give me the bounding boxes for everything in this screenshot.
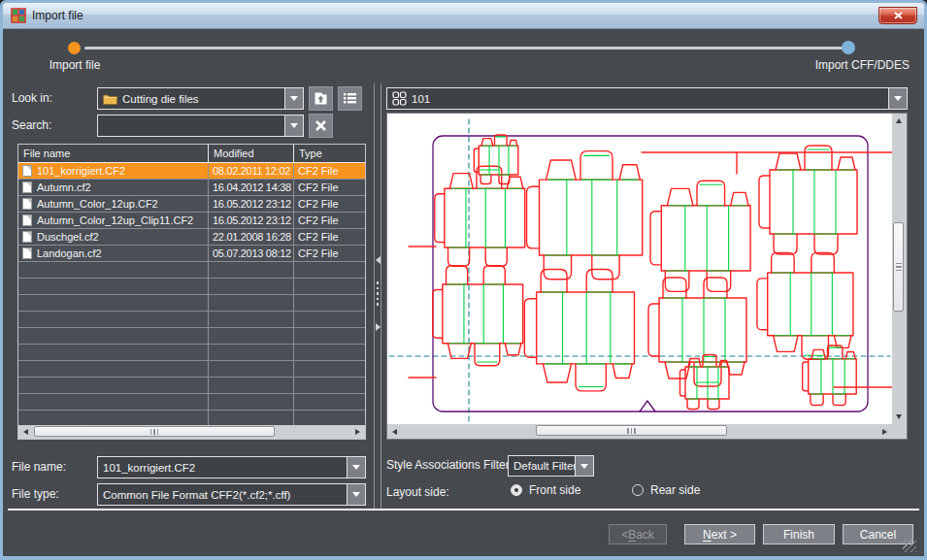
- back-button[interactable]: < Back: [609, 524, 667, 544]
- layout-name-value: 101: [412, 93, 430, 105]
- search-label: Search:: [12, 118, 51, 132]
- file-table-header: File name Modified Type: [18, 145, 365, 163]
- column-header-type[interactable]: Type: [294, 145, 365, 162]
- scroll-left-arrow[interactable]: [388, 425, 401, 438]
- scrollbar-corner: [892, 424, 907, 439]
- folder-up-icon: [314, 91, 328, 106]
- wizard-track: [84, 47, 844, 49]
- view-list-button[interactable]: [338, 86, 362, 111]
- wizard-step-current-label: Import file: [40, 58, 110, 72]
- chevron-down-icon: [290, 96, 298, 101]
- preview-vscrollbar[interactable]: [892, 114, 907, 424]
- scroll-left-arrow[interactable]: [19, 425, 32, 438]
- table-row[interactable]: Duschgel.cf222.01.2008 16:28CF2 File: [18, 229, 365, 246]
- table-row-empty: [18, 279, 365, 295]
- resize-grip[interactable]: [903, 539, 916, 552]
- wizard-step-current-dot: [68, 42, 81, 54]
- table-row-empty: [18, 411, 365, 425]
- look-in-dropdown-arrow[interactable]: [284, 88, 303, 109]
- file-name-label: File name:: [12, 460, 66, 474]
- scroll-down-arrow[interactable]: [892, 411, 905, 423]
- dialog-content: Import file Import CFF/DDES Look in: Cut…: [3, 30, 924, 556]
- file-type-label: File type:: [12, 487, 59, 501]
- rear-side-option[interactable]: Rear side: [632, 483, 700, 497]
- dieline-canvas: [387, 114, 892, 424]
- wizard-step-end-dot: [842, 41, 855, 54]
- file-name-combobox[interactable]: 101_korrigiert.CF2: [97, 456, 366, 478]
- chevron-down-icon: [290, 123, 298, 128]
- style-filter-combobox[interactable]: Default Filters: [508, 455, 594, 477]
- front-side-option[interactable]: Front side: [511, 483, 580, 497]
- chevron-down-icon: [580, 464, 588, 469]
- file-type-combobox[interactable]: Common File Format CFF2(*.cf2;*.cff): [97, 483, 366, 506]
- file-icon: [22, 231, 32, 243]
- rear-side-label: Rear side: [650, 483, 700, 497]
- dieline-drawing: [387, 114, 892, 424]
- chevron-down-icon: [894, 96, 902, 101]
- look-in-value: Cutting die files: [122, 93, 199, 105]
- collapse-right-icon[interactable]: [376, 323, 381, 331]
- close-icon: [894, 12, 903, 19]
- window-title: Import file: [32, 9, 83, 22]
- file-table-body: 101_korrigiert.CF208.02.2011 12:02CF2 Fi…: [18, 163, 365, 425]
- footer-separator: [8, 509, 919, 511]
- style-filter-value: Default Filters: [513, 460, 575, 472]
- search-combobox[interactable]: [97, 115, 304, 137]
- table-row[interactable]: Autumn_Color_12up.CF216.05.2012 23:12CF2…: [18, 196, 365, 213]
- table-row-empty: [18, 312, 365, 328]
- table-row-empty: [18, 378, 365, 394]
- front-side-label: Front side: [529, 483, 580, 497]
- scrollbar-thumb[interactable]: [34, 426, 275, 437]
- table-row-empty: [18, 394, 365, 411]
- rear-side-radio[interactable]: [632, 484, 644, 496]
- table-row-empty: [18, 361, 365, 378]
- file-icon: [22, 165, 32, 177]
- file-name-dropdown-arrow[interactable]: [347, 457, 365, 478]
- close-button[interactable]: [878, 7, 917, 24]
- table-row[interactable]: 101_korrigiert.CF208.02.2011 12:02CF2 Fi…: [18, 163, 365, 180]
- import-file-dialog: Import file Import file Import CFF/DDES …: [0, 0, 927, 560]
- column-header-file-name[interactable]: File name: [18, 145, 209, 162]
- file-type-value: Common File Format CFF2(*.cf2;*.cff): [103, 489, 290, 501]
- wizard-step-end-label: Import CFF/DDES: [815, 58, 910, 72]
- table-row[interactable]: Landogan.cf205.07.2013 08:12CF2 File: [18, 246, 365, 262]
- file-icon: [22, 198, 32, 210]
- chevron-down-icon: [352, 492, 360, 497]
- list-view-icon: [343, 92, 357, 106]
- look-in-combobox[interactable]: Cutting die files: [97, 87, 304, 110]
- file-table: File name Modified Type 101_korrigiert.C…: [17, 144, 366, 440]
- scroll-right-arrow[interactable]: [878, 425, 891, 438]
- up-directory-button[interactable]: [309, 86, 333, 111]
- splitter-grip[interactable]: [377, 281, 380, 306]
- window-titlebar[interactable]: Import file: [3, 3, 924, 29]
- file-icon: [22, 181, 32, 193]
- scroll-right-arrow[interactable]: [351, 425, 364, 438]
- next-button[interactable]: Next >: [684, 524, 755, 544]
- collapse-left-icon[interactable]: [376, 256, 381, 264]
- column-header-modified[interactable]: Modified: [209, 145, 294, 162]
- panel-splitter[interactable]: [374, 83, 381, 509]
- scrollbar-thumb[interactable]: [893, 222, 904, 312]
- clear-x-icon: [315, 119, 327, 132]
- scrollbar-thumb[interactable]: [536, 425, 727, 436]
- preview-hscrollbar[interactable]: [387, 424, 892, 439]
- file-icon: [22, 214, 32, 226]
- file-name-value: 101_korrigiert.CF2: [103, 462, 195, 474]
- scroll-up-arrow[interactable]: [892, 115, 905, 127]
- grid-layout-icon: [392, 91, 407, 106]
- style-filter-dropdown-arrow[interactable]: [575, 456, 593, 476]
- style-filter-label: Style Associations Filter: [386, 458, 510, 472]
- file-table-hscrollbar[interactable]: [18, 425, 365, 439]
- layout-select-combobox[interactable]: 101: [386, 87, 908, 110]
- clear-search-button[interactable]: [309, 114, 333, 138]
- layout-dropdown-arrow[interactable]: [888, 88, 907, 109]
- finish-button[interactable]: Finish: [763, 524, 835, 544]
- file-type-dropdown-arrow[interactable]: [347, 484, 365, 505]
- table-row[interactable]: Autumn_Color_12up_Clip11.CF216.05.2012 2…: [18, 213, 365, 229]
- look-in-label: Look in:: [12, 91, 52, 105]
- front-side-radio[interactable]: [511, 484, 522, 496]
- table-row-empty: [18, 295, 365, 312]
- app-icon: [11, 8, 26, 23]
- search-dropdown-arrow[interactable]: [284, 115, 303, 136]
- table-row[interactable]: Autumn.cf216.04.2012 14:38CF2 File: [18, 180, 365, 196]
